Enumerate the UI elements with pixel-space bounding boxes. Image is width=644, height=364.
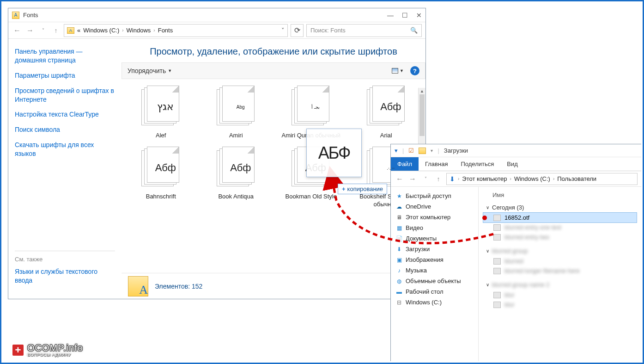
tree-icon: ★ [395, 193, 403, 199]
search-box[interactable]: Поиск: Fonts 🔍 [306, 24, 422, 37]
font-item[interactable]: אגץ Alef [124, 83, 198, 142]
crumb-fonts[interactable]: Fonts [158, 27, 173, 34]
scroll-thumb[interactable] [419, 94, 425, 136]
tree-label: Загрузки [406, 246, 430, 253]
tree-item[interactable]: ★Быстрый доступ [394, 191, 475, 201]
address-bar-2: ← → ˅ ↑ ⬇ › Этот компьютер› Windows (C:)… [391, 171, 641, 187]
nav-lang-services[interactable]: Языки и службы текстового ввода [15, 267, 115, 285]
font-name: Book Antiqua [218, 193, 254, 200]
file-row[interactable]: blurred [483, 256, 637, 266]
tree-label: OneDrive [406, 203, 431, 210]
tree-item[interactable]: ▬Рабочий стол [394, 286, 475, 297]
file-row[interactable]: blur [483, 290, 637, 300]
nav-font-settings[interactable]: Параметры шрифта [15, 71, 115, 80]
tree-item[interactable]: ▣Изображения [394, 254, 475, 265]
tree-item[interactable]: 📄Документы [394, 233, 475, 244]
font-name: Alef [156, 132, 166, 139]
tree-icon: ⬇ [395, 246, 403, 253]
scroll-up-icon[interactable]: ▲ [419, 88, 425, 94]
close-button[interactable]: ✕ [416, 12, 422, 19]
breadcrumb-bar-2[interactable]: ⬇ › Этот компьютер› Windows (C:)› Пользо… [446, 173, 638, 185]
tree-label: Быстрый доступ [406, 192, 451, 199]
nav-font-info-online[interactable]: Просмотр сведений о шрифтах в Интернете [15, 86, 115, 104]
tree-item[interactable]: ⊟Windows (C:) [394, 297, 475, 308]
breadcrumb-dropdown-icon[interactable]: ˅ [281, 27, 285, 34]
font-name: Amiri [229, 132, 243, 139]
file-row-selected[interactable]: 16852.otf [483, 213, 637, 222]
file-row[interactable]: blurred entry two [483, 232, 637, 242]
folder-font-large-icon: A [128, 276, 148, 296]
crumb-c[interactable]: Windows (C:) [83, 27, 119, 34]
up-button[interactable]: ↑ [433, 174, 444, 184]
logo-plus-icon: + [12, 344, 24, 357]
recent-dropdown[interactable]: ˅ [420, 174, 431, 184]
forward-button[interactable]: → [407, 174, 418, 184]
drag-ghost: АБФ [306, 129, 362, 177]
back-button[interactable]: ← [12, 25, 22, 36]
breadcrumb-bar[interactable]: A « Windows (C:)› Windows› Fonts ˅ [64, 24, 288, 37]
font-item[interactable]: Абф Bahnschrift [124, 144, 198, 211]
tab-view[interactable]: Вид [500, 157, 524, 171]
font-item[interactable]: Абф Book Antiqua [200, 144, 273, 211]
nav-download-fonts[interactable]: Скачать шрифты для всех языков [15, 141, 115, 158]
crumb-pc[interactable]: Этот компьютер [462, 175, 507, 182]
qat-title: Загрузки [444, 147, 468, 154]
tree-item[interactable]: 🖥Этот компьютер [394, 212, 475, 222]
column-header-name[interactable]: Имя [483, 190, 637, 202]
help-button[interactable]: ? [410, 66, 419, 75]
cp-home-link[interactable]: Панель управления — домашняя страница [15, 47, 115, 65]
tree-label: Видео [406, 224, 423, 231]
font-name: Bookman Old Style [286, 193, 337, 200]
search-icon: 🔍 [410, 27, 418, 34]
chevron-down-icon[interactable]: ▾ [395, 147, 398, 154]
font-item[interactable]: Abg Amiri [200, 83, 273, 142]
plus-icon: + [342, 185, 346, 192]
tree-item[interactable]: ☁OneDrive [394, 201, 475, 212]
nav-find-char[interactable]: Поиск символа [15, 125, 115, 134]
annotation-dot [482, 216, 487, 220]
tab-file[interactable]: Файл [391, 157, 419, 171]
crumb-windows[interactable]: Windows [127, 27, 151, 34]
quick-access-toolbar: ▾ | ☑ ▾ | Загрузки [391, 144, 641, 157]
maximize-button[interactable]: ☐ [402, 12, 408, 19]
group-blur[interactable]: ∨blurred group name 2 [483, 279, 637, 290]
address-bar: ← → ˅ ↑ A « Windows (C:)› Windows› Fonts… [8, 22, 425, 39]
tree-item[interactable]: ▦Видео [394, 222, 475, 233]
titlebar: A Fonts — ☐ ✕ [8, 8, 425, 22]
recent-dropdown[interactable]: ˅ [38, 25, 48, 36]
forward-button[interactable]: → [25, 25, 35, 36]
tab-home[interactable]: Главная [419, 157, 454, 171]
refresh-button[interactable]: ⟳ [291, 24, 304, 37]
crumb-users[interactable]: Пользователи [557, 175, 596, 182]
copy-tooltip: + копирование [338, 184, 387, 194]
tree-icon: ▣ [395, 257, 403, 263]
group-blur[interactable]: ∨blurred group [483, 246, 637, 256]
tree-icon: ☁ [395, 204, 403, 210]
view-mode-button[interactable]: ▼ [392, 68, 404, 74]
up-button[interactable]: ↑ [51, 25, 61, 36]
organize-menu[interactable]: Упорядочить ▼ [128, 67, 172, 74]
checkbox-icon[interactable]: ☑ [408, 147, 414, 154]
file-row[interactable]: blurred longer filename here [483, 266, 637, 276]
font-preview-icon: بجـ أ [289, 86, 333, 130]
file-row[interactable]: blurred entry one text [483, 222, 637, 232]
minimize-button[interactable]: — [387, 12, 394, 19]
nav-cleartype[interactable]: Настройка текста ClearType [15, 110, 115, 119]
tree-item[interactable]: ◍Объемные объекты [394, 276, 475, 286]
tab-share[interactable]: Поделиться [454, 157, 500, 171]
group-label: Сегодня (3) [492, 204, 524, 211]
group-today[interactable]: ∨Сегодня (3) [483, 202, 637, 213]
font-preview-icon: Абф [214, 147, 258, 191]
crumb-prev[interactable]: « [77, 27, 80, 34]
tree-item[interactable]: ⬇Загрузки [394, 244, 475, 254]
tree-item[interactable]: ♪Музыка [394, 265, 475, 276]
chevron-down-icon: ▼ [168, 68, 172, 73]
tree-label: Этот компьютер [406, 214, 450, 221]
toolbar: Упорядочить ▼ ▼ ? [122, 62, 425, 79]
file-row[interactable]: blur [483, 300, 637, 309]
organize-label: Упорядочить [128, 67, 166, 74]
crumb-c2[interactable]: Windows (C:) [514, 175, 550, 182]
status-text: Элементов: 152 [155, 283, 202, 290]
back-button[interactable]: ← [395, 174, 405, 184]
ribbon: Файл Главная Поделиться Вид [391, 157, 641, 171]
